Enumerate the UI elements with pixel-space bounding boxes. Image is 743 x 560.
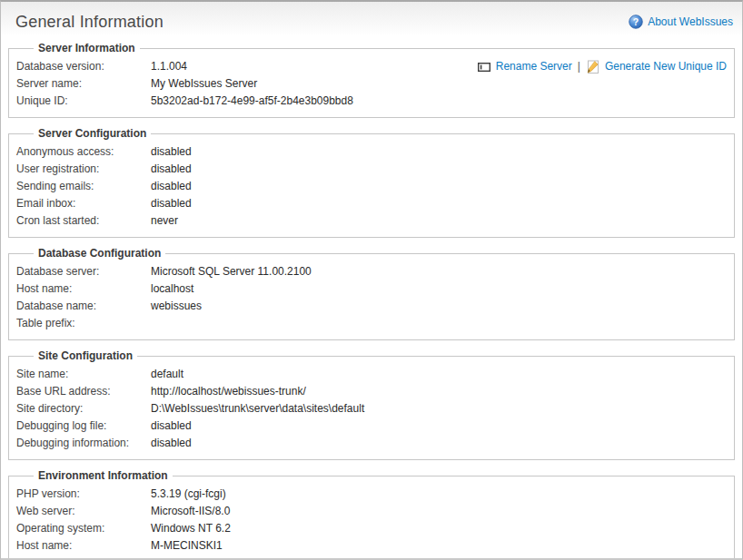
about-webissues-link[interactable]: ? About WebIssues	[629, 15, 733, 29]
section-title: Server Configuration	[34, 127, 151, 140]
info-row: Database server: Microsoft SQL Server 11…	[16, 263, 727, 280]
info-row: Email inbox: disabled	[16, 195, 727, 212]
info-row: Anonymous access: disabled	[16, 143, 727, 161]
info-row: Unique ID: 5b3202ad-b172-4e99-af5f-2b4e3…	[16, 93, 727, 110]
info-row: Sending emails: disabled	[16, 178, 727, 195]
page-header: General Information ? About WebIssues	[1, 2, 742, 42]
help-icon: ?	[629, 15, 643, 29]
about-webissues-label: About WebIssues	[648, 15, 733, 28]
page: General Information ? About WebIssues	[0, 0, 743, 560]
actions-separator: |	[578, 58, 580, 75]
info-row: Host name: localhost	[16, 280, 727, 298]
info-row: Cron last started: never	[16, 212, 727, 230]
info-row: Web server: Microsoft-IIS/8.0	[16, 503, 727, 520]
section-server-configuration: Server Configuration Anonymous access: d…	[8, 127, 735, 238]
section-title: Environment Information	[34, 469, 173, 482]
info-row: Server name: My WebIssues Server	[16, 75, 727, 93]
rename-icon	[477, 60, 491, 74]
rename-server-link[interactable]: Rename Server	[477, 58, 572, 75]
info-row: Debugging information: disabled	[16, 435, 727, 452]
section-title: Database Configuration	[34, 247, 165, 260]
info-row: Database version: 1.1.004 Rename Server …	[16, 58, 727, 75]
info-row: Site directory: D:\WebIssues\trunk\serve…	[16, 400, 727, 418]
section-environment-information: Environment Information PHP version: 5.3…	[8, 469, 735, 560]
page-title: General Information	[15, 13, 163, 32]
info-row: PHP version: 5.3.19 (cgi-fcgi)	[16, 486, 727, 503]
section-title: Site Configuration	[34, 349, 137, 362]
generate-new-id-icon	[586, 60, 600, 74]
info-row: Debugging log file: disabled	[16, 418, 727, 435]
svg-text:?: ?	[633, 16, 639, 27]
generate-new-unique-id-link[interactable]: Generate New Unique ID	[586, 58, 727, 75]
info-row: Site name: default	[16, 366, 727, 383]
section-site-configuration: Site Configuration Site name: default Ba…	[8, 349, 735, 460]
info-row: Table prefix:	[16, 315, 727, 332]
info-row: Base URL address: http://localhost/webis…	[16, 383, 727, 400]
info-row: Operating system: Windows NT 6.2	[16, 520, 727, 537]
info-row: Database name: webissues	[16, 298, 727, 315]
section-actions: Rename Server |	[477, 58, 727, 75]
section-title: Server Information	[34, 42, 140, 54]
info-row: Host name: M-MECINSKI1	[16, 537, 727, 555]
info-row: User registration: disabled	[16, 161, 727, 178]
section-server-information: Server Information Database version: 1.1…	[8, 42, 735, 118]
section-database-configuration: Database Configuration Database server: …	[8, 247, 735, 340]
